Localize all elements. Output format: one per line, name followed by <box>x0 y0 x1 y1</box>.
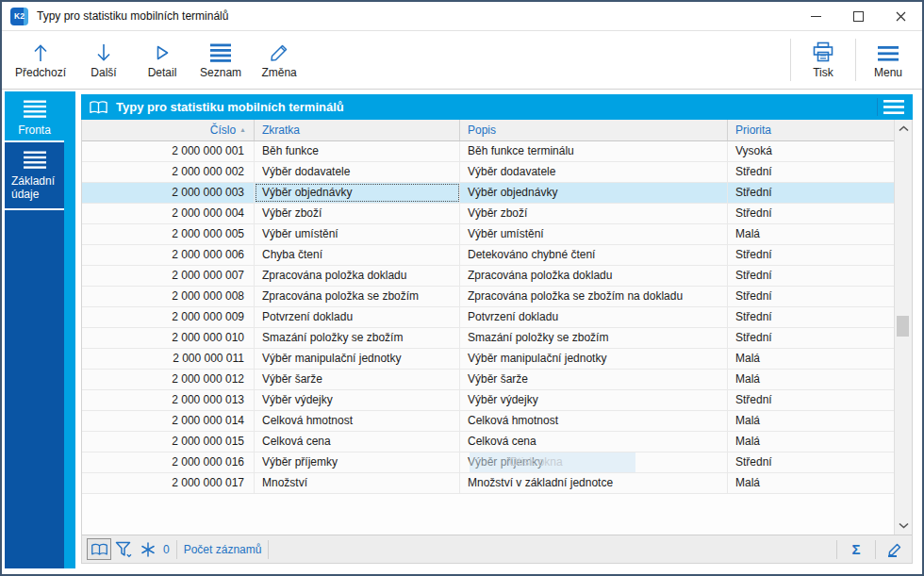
toolbar: PředchozíDalšíDetailSeznamZměna TiskMenu <box>2 30 922 90</box>
table-row[interactable]: 2 000 000 012Výběr šaržeVýběr šaržeMalá <box>82 370 894 390</box>
chevron-up-icon <box>899 125 909 132</box>
book-view-toggle[interactable] <box>87 538 111 560</box>
toolbar-menu-button[interactable]: Menu <box>859 31 917 89</box>
cell-zkratka: Výběr zboží <box>255 204 460 223</box>
scroll-up-button[interactable] <box>895 123 912 135</box>
toolbar-left: PředchozíDalšíDetailSeznamZměna <box>7 31 308 89</box>
arrow-down-icon <box>95 41 112 63</box>
cell-popis: Výběr zboží <box>460 204 728 223</box>
table-row[interactable]: 2 000 000 015Celková cenaCelková cenaMal… <box>82 432 894 453</box>
cell-zkratka: Výběr příjemky <box>255 453 460 472</box>
panel-menu-button[interactable] <box>883 99 905 119</box>
snowflake-icon <box>140 542 156 557</box>
filter-icon <box>114 540 133 559</box>
vertical-scrollbar[interactable] <box>894 120 912 535</box>
cell-priorita: Střední <box>728 183 894 203</box>
cell-priorita: Vysoká <box>728 141 894 161</box>
filter-button[interactable] <box>111 538 136 560</box>
column-header-zkratka[interactable]: Zkratka <box>255 120 460 140</box>
cell-priorita: Střední <box>728 328 894 348</box>
column-header-priorita[interactable]: Priorita <box>728 120 894 140</box>
cell-zkratka: Výběr šarže <box>255 370 460 389</box>
toolbar-seznam-button[interactable]: Seznam <box>191 31 250 89</box>
cell-cislo: 2 000 000 003 <box>82 183 255 203</box>
sidebar: FrontaZákladní údaje <box>5 91 75 568</box>
triangle-right-icon <box>153 41 172 63</box>
table-row[interactable]: 2 000 000 005Výběr umístěníVýběr umístěn… <box>82 224 894 245</box>
close-button[interactable] <box>880 2 922 30</box>
column-header-popis[interactable]: Popis <box>460 120 728 140</box>
sum-button[interactable]: Σ <box>844 541 868 557</box>
sidebar-tabs: FrontaZákladní údaje <box>5 91 64 210</box>
cell-priorita: Střední <box>728 453 894 472</box>
edit-button[interactable] <box>883 538 907 560</box>
table-row[interactable]: 2 000 000 017MnožstvíMnožství v základní… <box>82 473 894 494</box>
book-icon <box>89 100 108 115</box>
sidebar-tab-label: Fronta <box>5 123 64 137</box>
table-row[interactable]: 2 000 000 009Potvrzení dokladuPotvrzení … <box>82 307 894 328</box>
cell-priorita: Malá <box>728 224 894 244</box>
table-row[interactable]: 2 000 000 003Výběr objednávkyVýběr objed… <box>82 183 894 204</box>
sidebar-tab-zakladni-udaje[interactable]: Základní údaje <box>5 142 64 210</box>
scroll-down-button[interactable] <box>895 519 912 532</box>
record-count-label: Počet záznamů <box>184 543 262 556</box>
cell-popis: Běh funkce terminálu <box>460 141 728 161</box>
scrollbar-thumb[interactable] <box>897 316 909 337</box>
table-row[interactable]: 2 000 000 002Výběr dodavateleVýběr dodav… <box>82 162 894 183</box>
cell-cislo: 2 000 000 017 <box>82 473 255 493</box>
freeze-button[interactable] <box>136 538 160 560</box>
table-row[interactable]: 2 000 000 006Chyba čteníDetekováno chybn… <box>82 245 894 266</box>
toolbar-detail-button[interactable]: Detail <box>133 31 191 89</box>
cell-cislo: 2 000 000 011 <box>82 349 255 369</box>
table-row[interactable]: 2 000 000 001Běh funkceBěh funkce termin… <box>82 141 894 162</box>
table-row[interactable]: 2 000 000 010Smazání položky se zbožímSm… <box>82 328 894 349</box>
table-row[interactable]: 2 000 000 013Výběr výdejkyVýběr výdejkyS… <box>82 390 894 411</box>
app-window: K2 Typy pro statistiku mobilních terminá… <box>0 0 924 576</box>
maximize-icon <box>853 11 864 22</box>
toolbar-seznam-label: Seznam <box>200 66 241 79</box>
cell-popis: Výběr objednávky <box>460 183 728 203</box>
table-body: 2 000 000 001Běh funkceBěh funkce termin… <box>82 141 894 494</box>
cell-zkratka: Potvrzení dokladu <box>255 307 460 327</box>
toolbar-separator <box>790 39 791 81</box>
panel-header: Typy pro statistiku mobilních terminálů <box>81 94 913 120</box>
toolbar-zmena-button[interactable]: Změna <box>250 31 308 89</box>
cell-priorita: Malá <box>728 411 894 431</box>
cell-zkratka: Výběr umístění <box>255 224 460 244</box>
cell-zkratka: Celková cena <box>255 432 460 452</box>
toolbar-tisk-button[interactable]: Tisk <box>794 31 852 89</box>
cell-priorita: Střední <box>728 307 894 327</box>
sidebar-tab-fronta[interactable]: Fronta <box>5 91 64 142</box>
table-row[interactable]: 2 000 000 008Zpracována položka se zboží… <box>82 287 894 307</box>
table-row[interactable]: 2 000 000 014Celková hmotnostCelková hmo… <box>82 411 894 432</box>
cell-cislo: 2 000 000 008 <box>82 287 255 306</box>
cell-priorita: Malá <box>728 432 894 452</box>
cell-cislo: 2 000 000 002 <box>82 162 255 182</box>
pencil-underline <box>888 555 897 557</box>
window-controls <box>795 2 922 30</box>
toolbar-predchozi-button[interactable]: Předchozí <box>7 31 74 89</box>
table-row[interactable]: 2 000 000 011Výběr manipulační jednotkyV… <box>82 349 894 370</box>
table-row[interactable]: 2 000 000 007Zpracována položka dokladuZ… <box>82 266 894 287</box>
toolbar-dalsi-button[interactable]: Další <box>74 31 133 89</box>
statusbar-divider <box>268 540 269 559</box>
sidebar-tab-label: Základní údaje <box>5 174 64 201</box>
column-header-cislo[interactable]: Číslo▲ <box>82 120 255 140</box>
k2-app-icon: K2 <box>10 8 28 25</box>
cell-popis: Výběr dodavatele <box>460 162 728 182</box>
cell-priorita: Malá <box>728 473 894 493</box>
content-panel: Typy pro statistiku mobilních terminálů … <box>81 94 913 564</box>
window-title: Typy pro statistiku mobilních terminálů <box>37 9 228 23</box>
toolbar-right: TiskMenu <box>787 31 917 89</box>
list-icon <box>5 151 64 170</box>
table-row[interactable]: 2 000 000 004Výběr zbožíVýběr zbožíStřed… <box>82 204 894 224</box>
cell-popis: Výběr umístění <box>460 224 728 244</box>
minimize-icon <box>811 16 821 17</box>
cell-priorita: Malá <box>728 349 894 369</box>
statusbar-divider <box>875 540 876 559</box>
cell-popis: Zpracována položka dokladu <box>460 266 728 286</box>
minimize-button[interactable] <box>795 2 837 30</box>
cell-popis: Výběr výdejky <box>460 390 728 410</box>
panel-title: Typy pro statistiku mobilních terminálů <box>116 100 344 114</box>
maximize-button[interactable] <box>837 2 880 30</box>
